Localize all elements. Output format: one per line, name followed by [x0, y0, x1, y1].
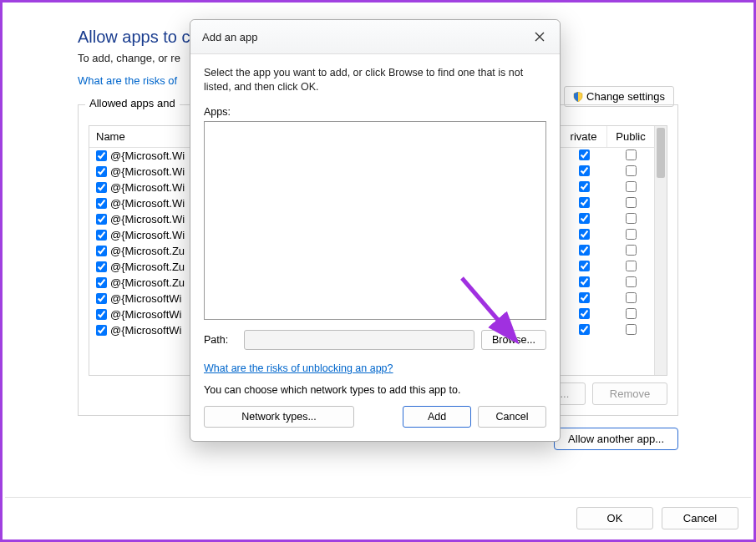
row-private-checkbox[interactable]: [579, 229, 590, 240]
row-name-label: @{Microsoft.Wi: [110, 181, 185, 194]
risks-link[interactable]: What are the risks of: [78, 74, 177, 87]
ok-button[interactable]: OK: [576, 507, 653, 529]
row-private-checkbox[interactable]: [579, 245, 590, 256]
apps-listbox[interactable]: [204, 121, 546, 320]
dialog-title: Add an app: [202, 31, 258, 43]
change-settings-label: Change settings: [586, 90, 665, 103]
row-private-checkbox[interactable]: [579, 213, 590, 224]
allow-another-app-button[interactable]: Allow another app...: [554, 428, 678, 450]
footer-divider: [5, 497, 751, 498]
row-public-checkbox[interactable]: [626, 292, 637, 303]
network-types-button[interactable]: Network types...: [204, 406, 354, 428]
row-name-label: @{Microsoft.Wi: [110, 229, 185, 241]
browse-button[interactable]: Browse...: [481, 330, 546, 350]
row-name-label: @{Microsoft.Zu: [110, 261, 185, 273]
row-enable-checkbox[interactable]: [96, 246, 107, 256]
row-name-label: @{MicrosoftWi: [110, 308, 181, 321]
add-button[interactable]: Add: [403, 406, 471, 428]
row-private-checkbox[interactable]: [579, 181, 590, 192]
col-private[interactable]: rivate: [561, 126, 607, 147]
network-choose-text: You can choose which network types to ad…: [204, 384, 546, 396]
row-enable-checkbox[interactable]: [96, 293, 107, 304]
cancel-button[interactable]: Cancel: [662, 507, 738, 529]
scrollbar[interactable]: [654, 126, 667, 375]
row-public-checkbox[interactable]: [626, 324, 637, 335]
shield-icon: [573, 92, 583, 102]
dialog-cancel-button[interactable]: Cancel: [478, 406, 546, 428]
apps-label: Apps:: [204, 106, 546, 118]
row-enable-checkbox[interactable]: [96, 277, 107, 288]
row-private-checkbox[interactable]: [579, 165, 590, 176]
row-public-checkbox[interactable]: [626, 197, 637, 208]
row-enable-checkbox[interactable]: [96, 166, 107, 177]
row-enable-checkbox[interactable]: [96, 182, 107, 193]
row-public-checkbox[interactable]: [626, 181, 637, 192]
row-public-checkbox[interactable]: [626, 308, 637, 319]
row-public-checkbox[interactable]: [626, 229, 637, 240]
row-enable-checkbox[interactable]: [96, 214, 107, 225]
row-public-checkbox[interactable]: [626, 213, 637, 224]
row-enable-checkbox[interactable]: [96, 261, 107, 272]
row-name-label: @{Microsoft.Zu: [110, 245, 185, 257]
path-input[interactable]: [244, 330, 474, 350]
row-enable-checkbox[interactable]: [96, 230, 107, 241]
scrollbar-thumb[interactable]: [657, 128, 665, 178]
row-private-checkbox[interactable]: [579, 292, 590, 303]
row-private-checkbox[interactable]: [579, 276, 590, 287]
row-name-label: @{Microsoft.Zu: [110, 276, 185, 289]
row-name-label: @{Microsoft.Wi: [110, 149, 185, 162]
row-private-checkbox[interactable]: [579, 149, 590, 160]
row-private-checkbox[interactable]: [579, 197, 590, 208]
row-name-label: @{MicrosoftWi: [110, 292, 181, 305]
dialog-close-button[interactable]: [528, 27, 551, 47]
row-public-checkbox[interactable]: [626, 276, 637, 287]
close-icon: [535, 32, 545, 42]
add-app-dialog: Add an app Select the app you want to ad…: [190, 19, 561, 442]
remove-button[interactable]: Remove: [592, 382, 667, 405]
row-public-checkbox[interactable]: [626, 261, 637, 271]
row-name-label: @{MicrosoftWi: [110, 324, 181, 337]
row-private-checkbox[interactable]: [579, 308, 590, 319]
unblock-risks-link[interactable]: What are the risks of unblocking an app?: [204, 362, 393, 374]
group-title: Allowed apps and: [85, 97, 180, 109]
path-label: Path:: [204, 334, 237, 346]
row-name-label: @{Microsoft.Wi: [110, 165, 185, 178]
row-name-label: @{Microsoft.Wi: [110, 197, 185, 210]
row-enable-checkbox[interactable]: [96, 150, 107, 161]
row-public-checkbox[interactable]: [626, 165, 637, 176]
dialog-title-bar[interactable]: Add an app: [190, 20, 560, 54]
row-public-checkbox[interactable]: [626, 245, 637, 256]
row-enable-checkbox[interactable]: [96, 325, 107, 336]
row-name-label: @{Microsoft.Wi: [110, 213, 185, 225]
dialog-instruction: Select the app you want to add, or click…: [204, 66, 546, 94]
row-private-checkbox[interactable]: [579, 324, 590, 335]
col-public[interactable]: Public: [607, 126, 654, 147]
row-enable-checkbox[interactable]: [96, 198, 107, 209]
row-enable-checkbox[interactable]: [96, 309, 107, 320]
row-public-checkbox[interactable]: [626, 149, 637, 160]
row-private-checkbox[interactable]: [579, 261, 590, 271]
